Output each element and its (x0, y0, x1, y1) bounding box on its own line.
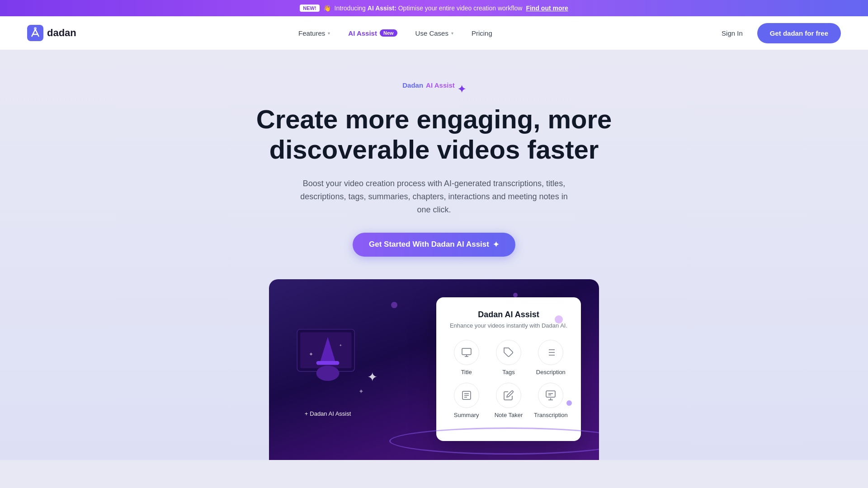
nav-right: Sign In Get dadan for free (714, 23, 841, 43)
get-free-button[interactable]: Get dadan for free (757, 23, 841, 43)
dot-4 (566, 400, 572, 406)
features-chevron-icon: ▾ (328, 31, 330, 36)
navbar: dadan Features ▾ AI Assist New Use Cases… (0, 16, 868, 50)
hero-subtitle-line: Dadan AI Assist ✦ (9, 81, 859, 97)
new-badge: NEW! (300, 5, 319, 12)
nav-links: Features ▾ AI Assist New Use Cases ▾ Pri… (291, 26, 500, 41)
svg-rect-7 (316, 361, 340, 365)
small-star-icon: ✦ (359, 388, 364, 395)
subtitle-dadan: Dadan (402, 81, 423, 89)
logo[interactable]: dadan (27, 25, 76, 41)
announcement-bar: NEW! 👋 Introducing AI Assist: Optimise y… (0, 0, 868, 16)
announcement-text: Introducing AI Assist: Optimise your ent… (335, 5, 523, 12)
note-taker-icon (496, 383, 521, 408)
hero-title: Create more engaging, more discoverable … (231, 104, 637, 164)
nav-pricing[interactable]: Pricing (464, 26, 500, 41)
transcription-icon (538, 383, 563, 408)
plus-icon: + (305, 410, 308, 417)
ai-item-title[interactable]: Title (449, 340, 484, 375)
nav-use-cases[interactable]: Use Cases ▾ (408, 26, 461, 41)
svg-point-1 (34, 27, 37, 30)
ai-item-summary[interactable]: Summary (449, 383, 484, 418)
ai-assist-new-tag: New (380, 29, 397, 37)
wizard-label-text: Dadan AI Assist (310, 410, 351, 417)
tags-icon (496, 340, 521, 365)
ai-item-description[interactable]: Description (533, 340, 568, 375)
use-cases-chevron-icon: ▾ (451, 31, 453, 36)
ai-item-title-label: Title (461, 369, 472, 375)
hero-cta-label: Get Started With Dadan AI Assist (369, 240, 489, 249)
hero-subtitle: Dadan AI Assist (402, 81, 454, 89)
summary-icon (454, 383, 479, 408)
ai-item-note-taker-label: Note Taker (495, 412, 523, 418)
svg-rect-23 (546, 391, 555, 397)
description-icon (538, 340, 563, 365)
wizard-area: ✦ ✦ + Dadan AI Assist ✦ ✦ (287, 297, 368, 417)
wizard-label: + Dadan AI Assist (305, 410, 351, 417)
svg-text:✦: ✦ (339, 343, 342, 347)
svg-text:✦: ✦ (309, 351, 313, 357)
dot-1 (391, 302, 397, 308)
sparkle-icon: ✦ (458, 84, 466, 95)
logo-icon (27, 25, 43, 41)
nav-features[interactable]: Features ▾ (291, 26, 337, 41)
subtitle-ai: AI Assist (426, 81, 455, 89)
nav-ai-assist[interactable]: AI Assist New (341, 26, 404, 41)
ai-item-tags-label: Tags (502, 369, 514, 375)
ai-panel-subtitle: Enhance your videos instantly with Dadan… (449, 322, 568, 329)
announcement-emoji: 👋 (323, 5, 331, 12)
dot-2 (513, 293, 518, 297)
logo-text: dadan (47, 27, 76, 39)
dot-3 (555, 315, 563, 324)
ai-item-transcription-label: Transcription (534, 412, 568, 418)
ai-item-summary-label: Summary (454, 412, 479, 418)
title-icon (454, 340, 479, 365)
panel-ring (389, 427, 599, 455)
hero-description: Boost your video creation process with A… (294, 177, 574, 216)
svg-point-8 (316, 366, 340, 381)
svg-rect-11 (462, 348, 471, 355)
ai-panel-title: Dadan AI Assist (449, 310, 568, 319)
star-icon: ✦ (367, 370, 377, 385)
sign-in-button[interactable]: Sign In (714, 26, 750, 41)
hero-image: ✦ ✦ + Dadan AI Assist ✦ ✦ Dadan AI Assis… (269, 279, 599, 460)
hero-section: Dadan AI Assist ✦ Create more engaging, … (0, 50, 868, 460)
find-out-more-link[interactable]: Find out more (526, 5, 568, 12)
ai-item-transcription[interactable]: Transcription (533, 383, 568, 418)
ai-item-tags[interactable]: Tags (491, 340, 526, 375)
cta-sparkle-icon: ✦ (493, 240, 499, 249)
hero-cta-button[interactable]: Get Started With Dadan AI Assist ✦ (353, 233, 515, 257)
ai-panel-grid: Title Tags (449, 340, 568, 427)
wizard-figure: ✦ ✦ (287, 306, 368, 406)
ai-item-description-label: Description (536, 369, 566, 375)
ai-item-note-taker[interactable]: Note Taker (491, 383, 526, 418)
